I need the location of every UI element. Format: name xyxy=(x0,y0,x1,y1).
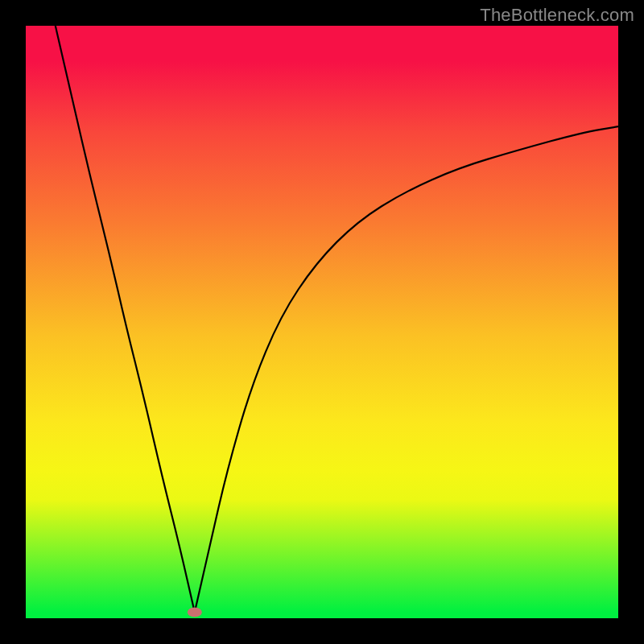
minimum-marker xyxy=(188,608,202,617)
plot-area xyxy=(26,26,618,618)
curve-right-branch xyxy=(195,126,618,613)
curve-svg xyxy=(26,26,618,618)
curve-left-branch xyxy=(56,26,195,613)
watermark-text: TheBottleneck.com xyxy=(480,5,634,26)
chart-frame: TheBottleneck.com xyxy=(0,0,644,644)
